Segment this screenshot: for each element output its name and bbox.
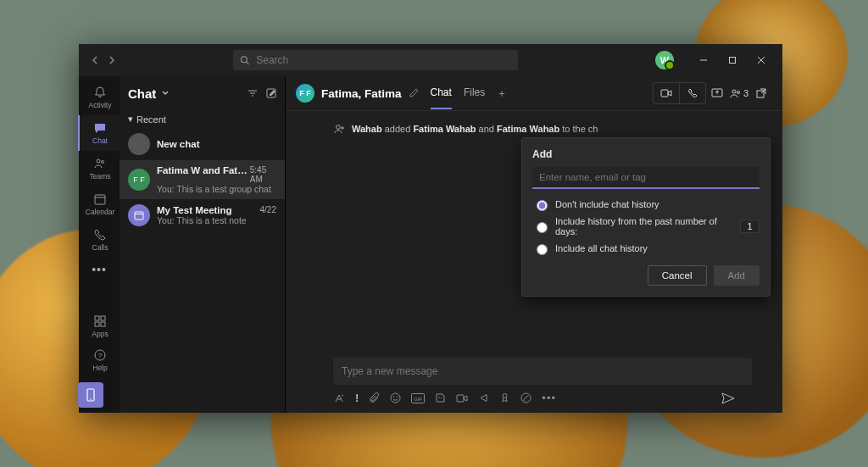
chat-list: Chat ▾ Recent New chat F F <box>120 76 286 413</box>
nav-back[interactable] <box>91 56 99 64</box>
bell-icon <box>93 86 107 99</box>
stream-icon[interactable] <box>478 392 489 403</box>
chat-item-name: My Test Meeting <box>157 205 232 215</box>
priority-icon[interactable]: ! <box>355 392 359 404</box>
rail-activity[interactable]: Activity <box>78 80 120 115</box>
window-minimize[interactable] <box>689 48 718 72</box>
rail-help[interactable]: ? Help <box>78 343 120 377</box>
svg-point-6 <box>97 159 100 163</box>
new-chat-icon[interactable] <box>266 88 276 98</box>
svg-rect-11 <box>101 316 105 320</box>
chat-item-meeting[interactable]: My Test Meeting 4/22 You: This is a test… <box>120 199 285 231</box>
rail-calls[interactable]: Calls <box>78 222 120 258</box>
svg-rect-10 <box>95 316 99 320</box>
search-input[interactable] <box>254 53 511 67</box>
radio-none[interactable] <box>537 200 548 211</box>
apps-icon <box>93 314 107 328</box>
rail-more[interactable]: ••• <box>92 263 107 276</box>
chat-item-name: New chat <box>157 139 200 149</box>
rail-label: Apps <box>92 330 108 338</box>
rail-label: Calendar <box>86 208 115 216</box>
nav-forward[interactable] <box>108 56 116 64</box>
sys-actor: Wahab <box>352 124 382 134</box>
chat-list-title[interactable]: Chat <box>128 86 156 101</box>
rail-label: Calls <box>92 243 108 252</box>
calendar-icon <box>93 192 107 206</box>
cancel-button[interactable]: Cancel <box>648 265 707 286</box>
gif-icon[interactable]: GIF <box>411 393 425 403</box>
tab-files[interactable]: Files <box>464 78 485 109</box>
system-message: Wahab added Fatima Wahab and Fatima Waha… <box>333 123 735 135</box>
praise-icon[interactable] <box>499 392 510 403</box>
meet-now-icon[interactable] <box>456 393 468 403</box>
svg-point-7 <box>102 161 104 164</box>
window-maximize[interactable] <box>718 48 747 72</box>
rail-teams[interactable]: Teams <box>78 151 120 186</box>
popout-button[interactable] <box>750 88 772 98</box>
days-value[interactable]: 1 <box>740 220 760 233</box>
chevron-down-icon[interactable] <box>161 89 170 97</box>
phone-icon <box>687 88 698 98</box>
sticker-icon[interactable] <box>435 392 446 403</box>
rail-chat[interactable]: Chat <box>78 115 120 151</box>
avatar-placeholder <box>128 133 150 155</box>
radio-all[interactable] <box>537 244 548 255</box>
help-icon: ? <box>93 348 107 362</box>
svg-point-30 <box>391 393 400 403</box>
svg-point-32 <box>397 396 398 397</box>
caret-down-icon: ▾ <box>128 114 133 125</box>
window-close[interactable] <box>747 48 776 72</box>
send-button[interactable] <box>721 392 735 404</box>
rail-apps[interactable]: Apps <box>78 309 120 343</box>
svg-point-31 <box>393 396 394 397</box>
svg-point-0 <box>241 57 247 63</box>
approve-icon[interactable] <box>520 392 531 403</box>
share-screen-button[interactable] <box>706 88 728 98</box>
sys-p2: Fatima Wahab <box>497 124 559 134</box>
format-icon[interactable] <box>333 392 345 404</box>
history-option-days[interactable]: Include history from the past number of … <box>532 216 760 236</box>
avatar-group: F F <box>128 169 150 191</box>
person-add-icon <box>333 123 345 135</box>
rail-label: Help <box>92 364 107 372</box>
opt-all-label: Include all chat history <box>555 243 648 253</box>
add-people-popup: Add Don't include chat history Include h… <box>521 137 771 297</box>
tab-add[interactable]: ＋ <box>497 78 507 109</box>
chat-item-fatima[interactable]: F F Fatima W and Fatima W 5:45 AM You: T… <box>120 160 285 199</box>
presence-dot <box>665 60 675 70</box>
chat-item-name: Fatima W and Fatima W <box>157 165 250 184</box>
section-recent[interactable]: ▾ Recent <box>120 110 285 128</box>
filter-icon[interactable] <box>248 88 258 98</box>
add-button[interactable]: Add <box>714 265 760 286</box>
sys-tail: to the ch <box>562 124 598 134</box>
audio-call-button[interactable] <box>680 82 706 104</box>
rail-calendar[interactable]: Calendar <box>78 186 120 222</box>
history-option-all[interactable]: Include all chat history <box>532 242 760 255</box>
attach-icon[interactable] <box>369 392 380 403</box>
participants-button[interactable]: 3 <box>728 88 750 98</box>
chat-avatar: F F <box>296 84 314 103</box>
rail-mobile-button[interactable] <box>78 382 103 408</box>
svg-line-1 <box>247 62 249 64</box>
section-label-text: Recent <box>136 114 166 125</box>
svg-rect-13 <box>101 322 105 326</box>
sys-verb: added <box>385 124 411 134</box>
more-icon[interactable]: ••• <box>542 392 556 404</box>
svg-rect-12 <box>95 322 99 326</box>
participants-count: 3 <box>743 88 748 98</box>
user-avatar[interactable]: W <box>655 51 674 69</box>
search-bar[interactable] <box>233 50 518 70</box>
video-call-button[interactable] <box>653 82 680 104</box>
chat-item-new[interactable]: New chat <box>120 128 285 160</box>
app-rail: Activity Chat Teams Calendar Calls ••• <box>79 76 120 413</box>
edit-name-icon[interactable] <box>409 88 419 98</box>
svg-rect-22 <box>135 212 143 220</box>
add-people-input[interactable] <box>532 167 760 189</box>
svg-text:GIF: GIF <box>414 396 422 401</box>
radio-days[interactable] <box>537 222 548 233</box>
emoji-icon[interactable] <box>390 392 401 403</box>
message-input[interactable] <box>333 358 752 385</box>
history-option-none[interactable]: Don't include chat history <box>532 197 760 211</box>
opt-days-label: Include history from the past number of … <box>555 216 732 236</box>
tab-chat[interactable]: Chat <box>431 78 452 109</box>
